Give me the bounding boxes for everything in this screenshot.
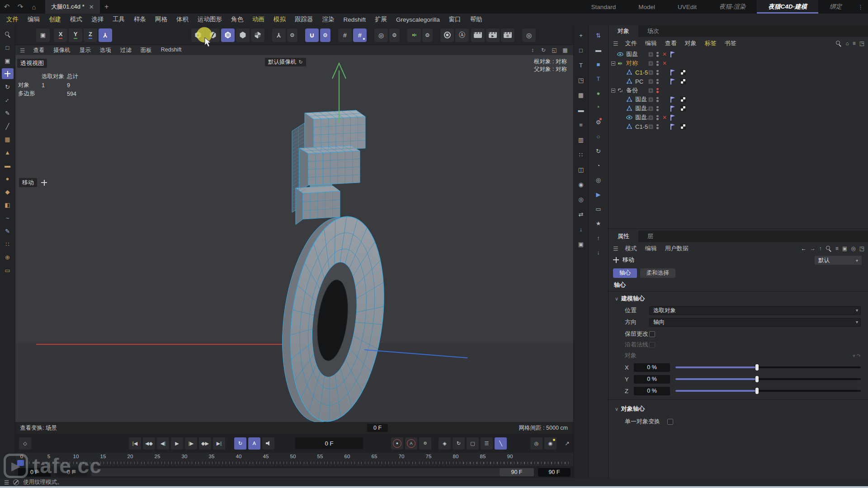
attr-menu-编辑[interactable]: 编辑 — [641, 244, 661, 253]
lock-icon[interactable]: ▣ — [842, 245, 847, 252]
magnet-settings-icon[interactable]: ⚙ — [320, 28, 330, 42]
key-position-button[interactable]: ◈ — [439, 437, 451, 450]
swap-icon[interactable]: ⇄ — [575, 209, 587, 220]
menu-工具[interactable]: 工具 — [108, 15, 129, 23]
enable-toggle[interactable] — [648, 61, 653, 66]
phong-tag-icon[interactable] — [670, 52, 675, 57]
group-object-axis[interactable]: ∨对象轴心 — [615, 405, 645, 413]
forward-icon[interactable]: → — [810, 245, 816, 252]
object-menu-查看[interactable]: 查看 — [661, 39, 681, 47]
camera-icon[interactable]: ▶ — [593, 189, 604, 200]
visibility-dots[interactable] — [656, 52, 659, 57]
enable-toggle[interactable] — [648, 97, 653, 102]
single-transform-checkbox[interactable] — [667, 419, 673, 425]
enable-toggle[interactable] — [648, 115, 653, 120]
rings-icon[interactable]: ◎ — [593, 174, 604, 185]
pan-view-icon[interactable]: ↕ — [528, 47, 537, 53]
menu-运动图形[interactable]: 运动图形 — [193, 15, 226, 23]
expand-timeline-icon[interactable]: ↗ — [565, 440, 570, 447]
key-scale-button[interactable]: ▢ — [467, 437, 479, 450]
enable-toggle[interactable] — [648, 79, 653, 84]
phong-tag-icon[interactable] — [670, 79, 675, 84]
loop-playback-button[interactable]: ↻ — [234, 437, 246, 450]
split-icon[interactable]: ◫ — [575, 164, 587, 175]
visibility-dots[interactable] — [656, 61, 659, 66]
render-picture-button[interactable]: ▶ — [486, 28, 500, 42]
target-icon[interactable]: ◎ — [575, 194, 587, 205]
undo-icon[interactable]: ↶ — [0, 0, 14, 14]
enable-toggle[interactable] — [648, 52, 653, 57]
home-icon[interactable]: ⌂ — [27, 0, 41, 14]
keyframe-settings-button[interactable]: ⚙ — [419, 437, 431, 450]
live-selection-tool[interactable]: □ — [2, 42, 14, 53]
keyframe-diamond-button[interactable]: ◇ — [19, 437, 31, 450]
uvw-tag-icon[interactable] — [680, 124, 686, 129]
viewport-menu-查看[interactable]: 查看 — [28, 47, 49, 54]
circle-icon[interactable]: ○ — [593, 131, 604, 142]
option-tab-柔和选择[interactable]: 柔和选择 — [640, 268, 675, 278]
menu-模拟[interactable]: 模拟 — [269, 15, 290, 23]
uvw-tag-icon[interactable] — [680, 106, 686, 111]
symmetry-settings-icon[interactable]: ⚙ — [422, 28, 433, 42]
down-arrow-icon[interactable]: ↓ — [593, 247, 604, 258]
current-frame-field[interactable]: 0 F — [295, 437, 363, 449]
timer-icon[interactable]: ◔ — [593, 160, 604, 171]
search-icon[interactable] — [835, 40, 842, 47]
layout-tab-绑定[interactable]: 绑定 — [818, 0, 853, 14]
auto-mode-button[interactable]: Ⓐ — [455, 28, 469, 42]
spline-tool[interactable]: ~ — [2, 212, 14, 223]
up-icon[interactable]: ↑ — [593, 232, 604, 243]
cube-primitive-tool[interactable]: ▦ — [2, 134, 14, 145]
pyramid-primitive-tool[interactable]: ▲ — [2, 147, 14, 158]
menu-选择[interactable]: 选择 — [87, 15, 108, 23]
menu-创建[interactable]: 创建 — [44, 15, 66, 23]
position-dropdown[interactable]: 选取对象 — [649, 306, 861, 315]
scale-tool[interactable]: ↕ — [2, 94, 14, 105]
axis-lock-z-button[interactable]: Z — [84, 28, 97, 42]
slider-handle-X[interactable] — [755, 364, 759, 371]
group-modeling-axis[interactable]: ∨建模轴心 — [615, 295, 645, 303]
instance-tool[interactable]: ⊕ — [2, 252, 14, 263]
key-parameter-button[interactable]: ☰ — [481, 437, 493, 450]
tree-row-圆盘[interactable]: 圆盘✕ — [609, 50, 868, 59]
viewport-menu-Redshift[interactable]: Redshift — [156, 47, 186, 54]
next-frame-button[interactable]: |▶ — [185, 437, 197, 450]
viewport-menu-面板[interactable]: 面板 — [136, 47, 156, 54]
viewport-search-tool[interactable] — [2, 29, 14, 40]
document-tab[interactable]: 大腿01.c4d * ✕ — [45, 0, 100, 14]
slider-value-Y[interactable]: 0 % — [634, 375, 670, 384]
filter-icon[interactable]: ≡ — [835, 245, 839, 252]
menu-帮助[interactable]: 帮助 — [466, 15, 487, 23]
grid-icon[interactable]: ▦ — [575, 89, 587, 100]
range-current-field[interactable]: 0 F — [55, 468, 87, 477]
gear-icon[interactable]: ⚙ — [593, 117, 604, 127]
interactive-render-button[interactable]: ◎ — [522, 28, 536, 42]
viewport-menu-显示[interactable]: 显示 — [75, 47, 95, 54]
phong-tag-icon[interactable] — [670, 106, 675, 112]
slider-track-X[interactable] — [675, 366, 861, 368]
list-icon[interactable]: ≡ — [575, 119, 587, 130]
tree-row-圆盘.2[interactable]: 圆盘.2 — [609, 104, 868, 113]
model-mode-button[interactable] — [236, 28, 250, 42]
enable-toggle[interactable] — [648, 88, 653, 93]
tree-row-C1-5[interactable]: C1-5 — [609, 68, 868, 77]
symmetry-button[interactable] — [407, 28, 421, 42]
snap-button[interactable]: # — [353, 28, 367, 42]
target-settings-icon[interactable]: ⚙ — [389, 28, 400, 42]
boole-tool[interactable]: ◧ — [2, 199, 14, 210]
record-icon[interactable]: ◉ — [575, 179, 587, 190]
isolate-button[interactable] — [440, 28, 454, 42]
search-icon[interactable] — [826, 245, 832, 252]
refresh-icon[interactable]: ↻ — [593, 145, 604, 156]
along-normals-checkbox[interactable] — [649, 342, 655, 348]
uvw-tag-icon[interactable] — [680, 97, 686, 102]
scale-view-icon[interactable]: ◱ — [550, 47, 559, 53]
menu-Redshift[interactable]: Redshift — [339, 16, 371, 23]
object-pick-icons[interactable]: ▾ ↷ — [853, 353, 861, 359]
preset-dropdown[interactable]: 默认 — [815, 256, 862, 265]
key-rotation-button[interactable]: ↻ — [453, 437, 465, 450]
solo-off-button[interactable]: ◎ — [530, 437, 542, 450]
disable-x-icon[interactable]: ✕ — [662, 114, 667, 121]
cube-icon[interactable]: ■ — [593, 59, 604, 70]
visibility-dots[interactable] — [656, 79, 659, 84]
